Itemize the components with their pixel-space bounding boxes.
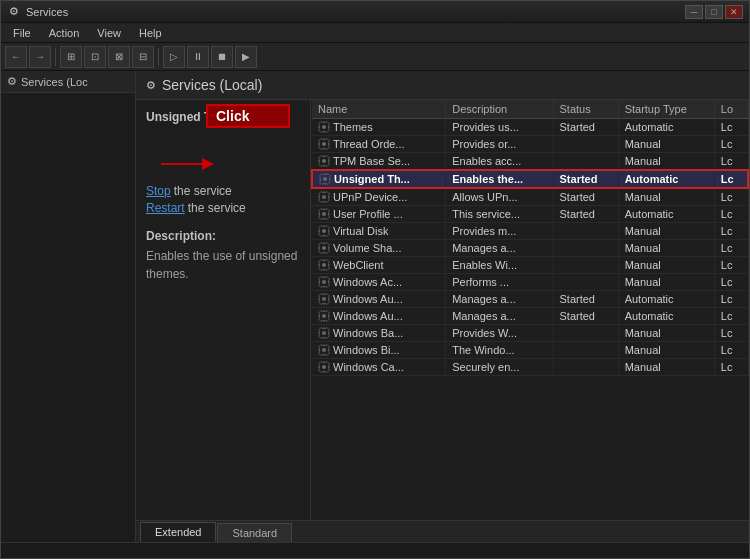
gear-icon xyxy=(318,242,330,254)
stop-button[interactable]: ⏹ xyxy=(211,46,233,68)
cell-lo: Lc xyxy=(714,119,748,136)
table-row[interactable]: Volume Sha... Manages a... Manual Lc xyxy=(312,240,748,257)
table-row[interactable]: Windows Au... Manages a... Started Autom… xyxy=(312,291,748,308)
content-title: Services (Local) xyxy=(162,77,262,93)
table-row[interactable]: User Profile ... This service... Started… xyxy=(312,206,748,223)
cell-description: Manages a... xyxy=(446,308,553,325)
table-row[interactable]: Windows Bi... The Windo... Manual Lc xyxy=(312,342,748,359)
toolbar-sep-2 xyxy=(158,48,159,66)
cell-description: Provides W... xyxy=(446,325,553,342)
cell-status xyxy=(553,342,618,359)
menu-view[interactable]: View xyxy=(89,25,129,41)
table-row[interactable]: Windows Ba... Provides W... Manual Lc xyxy=(312,325,748,342)
table-row[interactable]: Unsigned Th... Enables the... Started Au… xyxy=(312,170,748,188)
cell-startup: Manual xyxy=(618,325,714,342)
cell-status xyxy=(553,153,618,171)
cell-lo: Lc xyxy=(714,342,748,359)
cell-description: This service... xyxy=(446,206,553,223)
cell-name: UPnP Device... xyxy=(312,188,446,206)
cell-name: Windows Au... xyxy=(312,308,446,325)
arrow-svg xyxy=(156,154,216,174)
sidebar-header: ⚙ Services (Loc xyxy=(1,71,135,93)
svg-point-7 xyxy=(322,212,326,216)
sidebar: ⚙ Services (Loc xyxy=(1,71,136,542)
menu-action[interactable]: Action xyxy=(41,25,88,41)
restart-button[interactable]: ▶ xyxy=(235,46,257,68)
cell-lo: Lc xyxy=(714,136,748,153)
gear-icon xyxy=(318,225,330,237)
toolbar-sep-1 xyxy=(55,48,56,66)
pause-button[interactable]: ⏸ xyxy=(187,46,209,68)
cell-lo: Lc xyxy=(714,291,748,308)
cell-startup: Automatic xyxy=(618,119,714,136)
svg-point-12 xyxy=(322,297,326,301)
cell-status: Started xyxy=(553,291,618,308)
cell-status: Started xyxy=(553,170,618,188)
gear-icon xyxy=(318,208,330,220)
cell-status: Started xyxy=(553,308,618,325)
table-row[interactable]: UPnP Device... Allows UPn... Started Man… xyxy=(312,188,748,206)
gear-icon xyxy=(318,138,330,150)
cell-status xyxy=(553,223,618,240)
tab-extended[interactable]: Extended xyxy=(140,522,216,542)
svg-point-13 xyxy=(322,314,326,318)
stop-suffix: the service xyxy=(174,184,232,198)
table-row[interactable]: WebClient Enables Wi... Manual Lc xyxy=(312,257,748,274)
maximize-button[interactable]: □ xyxy=(705,5,723,19)
cell-lo: Lc xyxy=(714,257,748,274)
col-name: Name xyxy=(312,100,446,119)
cell-lo: Lc xyxy=(714,308,748,325)
table-row[interactable]: Windows Au... Manages a... Started Autom… xyxy=(312,308,748,325)
table-row[interactable]: Themes Provides us... Started Automatic … xyxy=(312,119,748,136)
restart-suffix: the service xyxy=(188,201,246,215)
gear-icon xyxy=(318,293,330,305)
cell-status xyxy=(553,359,618,376)
table-row[interactable]: Windows Ac... Performs ... Manual Lc xyxy=(312,274,748,291)
cell-name: Windows Bi... xyxy=(312,342,446,359)
minimize-button[interactable]: ─ xyxy=(685,5,703,19)
cell-startup: Automatic xyxy=(618,206,714,223)
cell-name: Themes xyxy=(312,119,446,136)
cell-startup: Manual xyxy=(618,240,714,257)
table-row[interactable]: Virtual Disk Provides m... Manual Lc xyxy=(312,223,748,240)
cell-name: Windows Ca... xyxy=(312,359,446,376)
svg-point-16 xyxy=(322,365,326,369)
gear-icon xyxy=(318,310,330,322)
cell-startup: Automatic xyxy=(618,291,714,308)
table-row[interactable]: TPM Base Se... Enables acc... Manual Lc xyxy=(312,153,748,171)
content-area: ⚙ Services (Local) Unsigned Th... Click xyxy=(136,71,749,542)
toolbar-btn-3[interactable]: ⊠ xyxy=(108,46,130,68)
tab-standard[interactable]: Standard xyxy=(217,523,292,542)
toolbar-btn-2[interactable]: ⊡ xyxy=(84,46,106,68)
stop-link[interactable]: Stop xyxy=(146,184,171,198)
table-row[interactable]: Windows Ca... Securely en... Manual Lc xyxy=(312,359,748,376)
menu-help[interactable]: Help xyxy=(131,25,170,41)
cell-description: Provides m... xyxy=(446,223,553,240)
services-table-container[interactable]: ▶ Name Description Status Startup Type L… xyxy=(311,100,749,520)
restart-link[interactable]: Restart xyxy=(146,201,185,215)
action-links: Stop the service Restart the service xyxy=(146,184,300,215)
cell-lo: Lc xyxy=(714,206,748,223)
cell-status: Started xyxy=(553,206,618,223)
table-row[interactable]: Thread Orde... Provides or... Manual Lc xyxy=(312,136,748,153)
toolbar-btn-1[interactable]: ⊞ xyxy=(60,46,82,68)
cell-description: Enables Wi... xyxy=(446,257,553,274)
play-button[interactable]: ▷ xyxy=(163,46,185,68)
content-body: Unsigned Th... Click xyxy=(136,100,749,520)
svg-point-14 xyxy=(322,331,326,335)
close-button[interactable]: ✕ xyxy=(725,5,743,19)
menu-file[interactable]: File xyxy=(5,25,39,41)
cell-description: Enables the... xyxy=(446,170,553,188)
arrow-area xyxy=(156,154,300,174)
gear-icon xyxy=(318,121,330,133)
forward-button[interactable]: → xyxy=(29,46,51,68)
toolbar-btn-4[interactable]: ⊟ xyxy=(132,46,154,68)
gear-icon xyxy=(318,276,330,288)
back-button[interactable]: ← xyxy=(5,46,27,68)
stop-service-line: Stop the service xyxy=(146,184,300,198)
cell-description: Performs ... xyxy=(446,274,553,291)
cell-description: Manages a... xyxy=(446,240,553,257)
main-window: ⚙ Services ─ □ ✕ File Action View Help ←… xyxy=(0,0,750,559)
window-title: Services xyxy=(26,6,68,18)
cell-startup: Manual xyxy=(618,153,714,171)
